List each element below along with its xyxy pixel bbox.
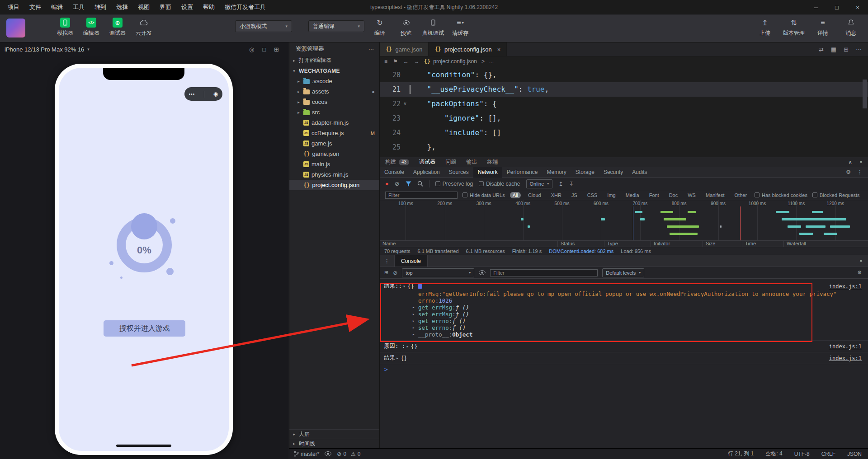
capsule-home-icon[interactable]: ◉ <box>213 91 218 97</box>
object-property-row[interactable]: ▸__proto__: Object <box>412 331 862 338</box>
table-column-header[interactable]: Type <box>604 241 651 247</box>
execution-context-select[interactable]: top▾ <box>402 268 474 277</box>
source-link[interactable]: index.js:1 <box>829 355 862 361</box>
export-har-icon[interactable]: ↥ <box>558 181 563 187</box>
close-panel-icon[interactable]: × <box>859 159 863 165</box>
explorer-item[interactable]: JSccRequire.jsM <box>289 128 379 138</box>
preview-button[interactable]: 预览 <box>396 18 416 37</box>
explorer-root-folder[interactable]: ▾WECHATGAME <box>289 66 379 76</box>
eye-icon[interactable] <box>325 451 331 456</box>
device-frame-icon[interactable]: □ <box>262 46 266 53</box>
table-column-header[interactable]: Name <box>380 241 558 247</box>
network-type-filter[interactable]: WS <box>685 192 698 198</box>
devtools-tab[interactable]: Console <box>380 167 409 178</box>
object-property-row[interactable]: ▸set errMsg: ƒ () <box>412 311 862 318</box>
tab-close-icon[interactable]: × <box>497 46 501 53</box>
preserve-log-checkbox[interactable]: Preserve log <box>435 181 473 187</box>
avatar[interactable] <box>6 19 25 37</box>
table-column-header[interactable]: Time <box>742 241 784 247</box>
authorize-enter-game-button[interactable]: 授权并进入游戏 <box>104 320 185 337</box>
search-icon[interactable] <box>417 181 423 187</box>
panel-tab[interactable]: 构建43 <box>385 158 409 166</box>
message-button[interactable]: 消息 <box>841 18 861 37</box>
swap-editor-icon[interactable]: ⇄ <box>819 46 824 53</box>
split-editor-icon[interactable]: ⊞ <box>844 46 849 53</box>
close-drawer-icon[interactable]: × <box>859 258 868 264</box>
upload-button[interactable]: ↥上传 <box>755 18 775 37</box>
throttle-select[interactable]: Online▾ <box>526 179 553 188</box>
details-button[interactable]: ≡详情 <box>813 18 833 37</box>
network-type-filter[interactable]: Media <box>623 192 642 198</box>
explorer-bottom-section[interactable]: ▸时间线 <box>289 439 379 448</box>
maximize-button[interactable]: □ <box>826 0 847 14</box>
object-property-row[interactable]: ▸get errMsg: ƒ () <box>412 304 862 311</box>
disable-cache-checkbox[interactable]: Disable cache <box>479 181 520 187</box>
debugger-button[interactable]: ⊙调试器 <box>108 18 127 37</box>
network-type-filter[interactable]: Font <box>646 192 662 198</box>
capsule-menu[interactable]: ••• ◉ <box>184 87 222 101</box>
eye-icon[interactable] <box>479 270 486 275</box>
menu-item[interactable]: 设置 <box>176 0 198 14</box>
grid-layout-icon[interactable]: ▦ <box>831 46 836 53</box>
device-selector[interactable]: iPhone 12/13 Pro Max 92% 16 <box>5 46 84 53</box>
statusbar-item[interactable]: UTF-8 <box>794 450 810 458</box>
statusbar-item[interactable]: JSON <box>847 450 862 458</box>
devtools-tab[interactable]: Memory <box>542 167 571 178</box>
filter-funnel-icon[interactable] <box>406 181 411 187</box>
devtools-tab[interactable]: Storage <box>571 167 599 178</box>
version-button[interactable]: ⇅版本管理 <box>783 18 805 37</box>
network-timeline[interactable]: 100 ms200 ms300 ms400 ms500 ms600 ms700 … <box>380 200 868 241</box>
bookmark-icon[interactable]: ⚑ <box>393 58 398 65</box>
table-column-header[interactable]: Waterfall <box>784 241 868 247</box>
explorer-item[interactable]: ▸.vscode <box>289 76 379 86</box>
kebab-icon[interactable]: ⋮ <box>384 258 390 264</box>
editor-button[interactable]: </>编辑器 <box>81 18 101 37</box>
devtools-tab[interactable]: Network <box>473 167 502 178</box>
editor-tab[interactable]: {}project.config.json× <box>429 42 507 56</box>
explorer-bottom-section[interactable]: ▸大屏 <box>289 429 379 439</box>
minimize-button[interactable]: ─ <box>806 0 826 14</box>
console-drawer-tab[interactable]: Console <box>394 255 428 267</box>
menu-item[interactable]: 界面 <box>155 0 176 14</box>
record-screen-icon[interactable]: ◎ <box>249 46 254 53</box>
import-har-icon[interactable]: ↧ <box>569 181 573 187</box>
forward-icon[interactable]: → <box>414 58 420 65</box>
devtools-tab[interactable]: Security <box>599 167 627 178</box>
explorer-item[interactable]: {}project.config.json <box>289 180 379 190</box>
network-type-filter[interactable]: Cloud <box>525 192 544 198</box>
network-type-filter[interactable]: All <box>510 192 521 198</box>
capsule-more-icon[interactable]: ••• <box>189 92 195 97</box>
menu-item[interactable]: 编辑 <box>46 0 68 14</box>
network-type-filter[interactable]: Other <box>732 192 750 198</box>
editor-scrollbar[interactable] <box>863 68 867 155</box>
table-column-header[interactable]: Status <box>558 241 604 247</box>
blocked-requests-checkbox[interactable]: Blocked Requests <box>812 192 860 198</box>
hide-data-urls-checkbox[interactable]: Hide data URLs <box>462 192 505 198</box>
explorer-item[interactable]: JSadapter-min.js <box>289 117 379 128</box>
clear-cache-button[interactable]: ≡▾清缓存 <box>450 18 470 37</box>
simulator-button[interactable]: 模拟器 <box>55 18 75 37</box>
compile-mode-select[interactable]: 普通编译 ▾ <box>308 20 364 32</box>
more-icon[interactable]: ⋯ <box>368 46 374 52</box>
clear-network-icon[interactable]: ⊘ <box>395 180 400 187</box>
panel-tab[interactable]: 终端 <box>487 158 498 166</box>
menu-item[interactable]: 视图 <box>133 0 155 14</box>
object-property-row[interactable]: ▸set errno: ƒ () <box>412 324 862 331</box>
compile-button[interactable]: ↻编译 <box>370 18 390 37</box>
menu-item[interactable]: 微信开发者工具 <box>220 0 271 14</box>
source-link[interactable]: index.js:1 <box>829 343 862 350</box>
table-column-header[interactable]: Initiator <box>651 241 703 247</box>
blocked-cookies-checkbox[interactable]: Has blocked cookies <box>755 192 807 198</box>
panel-tab[interactable]: 调试器 <box>419 158 435 166</box>
explorer-item[interactable]: ▸assets● <box>289 86 379 97</box>
menu-item[interactable]: 文件 <box>24 0 46 14</box>
outline-icon[interactable]: ≡ <box>384 58 387 65</box>
devtools-tab[interactable]: Audits <box>627 167 651 178</box>
network-type-filter[interactable]: Img <box>604 192 618 198</box>
network-type-filter[interactable]: XHR <box>548 192 564 198</box>
console-filter-input[interactable] <box>490 269 598 276</box>
code-editor[interactable]: 20 "condition": {},21 "__usePrivacyCheck… <box>380 66 868 157</box>
problems-item[interactable]: ⊘ 0 ⚠ 0 <box>337 451 360 457</box>
twisty-icon[interactable]: ▸ <box>396 356 399 361</box>
cloud-dev-button[interactable]: 云开发 <box>134 18 154 37</box>
